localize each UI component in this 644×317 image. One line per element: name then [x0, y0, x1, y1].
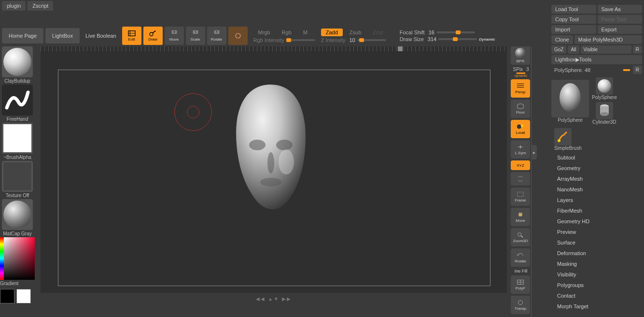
persp-button[interactable]: Persp	[511, 79, 530, 98]
saturation-value-area[interactable]	[4, 237, 35, 280]
accordion-geometry-hd[interactable]: Geometry HD	[551, 216, 642, 227]
accordion-surface[interactable]: Surface	[551, 237, 642, 248]
alpha-selector[interactable]	[2, 123, 33, 154]
accordion-subtool[interactable]: Subtool	[551, 152, 642, 163]
floor-button[interactable]: Floor	[511, 100, 530, 118]
accordion-layers[interactable]: Layers	[551, 195, 642, 205]
paste-tool-button[interactable]: Paste Tool	[598, 15, 643, 24]
mrgb-button[interactable]: Mrgb	[253, 29, 275, 36]
head-thumb-icon	[556, 82, 584, 115]
accordion-deformation[interactable]: Deformation	[551, 248, 642, 259]
ruler-thumb[interactable]	[398, 46, 403, 51]
draw-size-value: 314	[428, 36, 436, 42]
rotate-view-button[interactable]: Rotate	[511, 248, 530, 267]
shelf-collapse-toggle[interactable]: ▸	[531, 145, 537, 159]
copy-tool-button[interactable]: Copy Tool	[551, 15, 596, 24]
lightbox-tools-button[interactable]: Lightbox▶Tools	[551, 55, 642, 64]
tool-cylinder-thumb[interactable]	[596, 102, 613, 119]
accordion-morph-target[interactable]: Morph Target	[551, 301, 642, 312]
bpr-button[interactable]: BPR	[511, 46, 530, 65]
accordion-polygroups[interactable]: Polygroups	[551, 280, 642, 290]
clone-button[interactable]: Clone	[551, 35, 573, 44]
frame-button[interactable]: Frame	[511, 187, 530, 206]
stroke-selector[interactable]	[2, 85, 33, 115]
export-button[interactable]: Export	[598, 25, 643, 34]
viewport[interactable]	[58, 70, 490, 286]
rotate-mode-button[interactable]: R Rotate	[207, 27, 226, 45]
xyz-button[interactable]: XYZ	[511, 160, 530, 170]
rot-axis-buttons[interactable]	[511, 172, 530, 186]
move-mode-button[interactable]: M Move	[165, 27, 184, 45]
zadd-button[interactable]: Zadd	[321, 29, 343, 36]
lightbox-button[interactable]: LightBox	[45, 28, 80, 43]
persp-icon	[516, 83, 525, 89]
home-page-button[interactable]: Home Page	[2, 28, 43, 43]
accordion-masking[interactable]: Masking	[551, 259, 642, 269]
menu-plugin[interactable]: plugin	[2, 1, 26, 11]
accordion-preview[interactable]: Preview	[551, 227, 642, 237]
accordion-nanomesh[interactable]: NanoMesh	[551, 184, 642, 195]
tool-simplebrush-thumb[interactable]	[554, 128, 572, 145]
timeline-ruler[interactable]	[41, 46, 507, 51]
make-polymesh3d-button[interactable]: Make PolyMesh3D	[574, 35, 642, 44]
sculpt-mesh[interactable]	[223, 80, 319, 215]
swatch-black[interactable]	[0, 289, 14, 303]
m-button[interactable]: M	[298, 29, 312, 36]
zsub-button[interactable]: Zsub	[345, 29, 366, 36]
scale-mode-button[interactable]: S Scale	[186, 27, 205, 45]
brush-selector[interactable]	[2, 46, 33, 77]
zoom3d-label: Zoom3D	[513, 239, 528, 243]
goz-button[interactable]: GoZ	[551, 45, 566, 54]
goz-visible-button[interactable]: Visible	[581, 45, 631, 54]
transp-label: Transp	[515, 306, 527, 311]
material-selector[interactable]	[2, 199, 33, 230]
draw-size-slider[interactable]	[438, 38, 477, 40]
bpr-label: BPR	[517, 59, 524, 63]
shelf-scrollbar[interactable]	[531, 46, 535, 317]
svg-point-11	[236, 33, 240, 38]
move-view-button[interactable]: Move	[511, 208, 530, 226]
save-as-button[interactable]: Save As	[598, 5, 643, 14]
import-button[interactable]: Import	[551, 25, 596, 34]
rgb-button[interactable]: Rgb	[277, 29, 296, 36]
menu-zscript[interactable]: Zscript	[28, 1, 53, 11]
lsym-button[interactable]: L.Sym	[511, 140, 530, 158]
zoom3d-button[interactable]: Zoom3D	[511, 228, 530, 246]
accordion-contact[interactable]: Contact	[551, 290, 642, 301]
polysphere-slider[interactable]	[623, 69, 630, 71]
goz-all-button[interactable]: All	[568, 45, 579, 54]
dynamic-badge[interactable]: Dynamic	[479, 37, 495, 42]
spix-control[interactable]: SPix 3 dynamic	[511, 67, 531, 77]
accordion-geometry[interactable]: Geometry	[551, 163, 642, 173]
gizmo-button[interactable]	[228, 27, 248, 45]
spix-dynamic: dynamic	[511, 74, 531, 77]
current-tool-thumb[interactable]	[551, 80, 589, 117]
live-boolean-button[interactable]: Live Boolean	[82, 28, 120, 43]
z-intensity-slider[interactable]	[357, 39, 386, 41]
swatch-white[interactable]	[16, 289, 31, 303]
goz-r-button[interactable]: R	[633, 45, 642, 54]
zcut-button[interactable]: Zcut	[368, 29, 388, 36]
canvas-pager[interactable]: ◀◀ ▲▼ ▶▶	[256, 296, 291, 302]
svg-point-3	[150, 32, 153, 36]
persp-label: Persp	[516, 90, 526, 94]
svg-point-34	[558, 139, 560, 142]
color-picker[interactable]	[0, 237, 35, 280]
hue-strip[interactable]	[0, 237, 4, 280]
focal-shift-slider[interactable]	[436, 31, 475, 33]
accordion-fibermesh[interactable]: FiberMesh	[551, 205, 642, 216]
focal-shift-value: 16	[429, 29, 434, 35]
local-button[interactable]: Local	[511, 120, 530, 138]
tool-polysphere-thumb[interactable]	[596, 77, 613, 95]
accordion-arraymesh[interactable]: ArrayMesh	[551, 173, 642, 184]
zoom-icon	[516, 231, 525, 238]
texture-selector[interactable]	[2, 161, 33, 192]
transp-button[interactable]: Transp	[511, 296, 530, 314]
draw-mode-button[interactable]: Draw	[143, 27, 163, 45]
polyf-button[interactable]: PolyF	[511, 275, 530, 294]
load-tool-button[interactable]: Load Tool	[551, 5, 596, 14]
rgb-intensity-slider[interactable]	[286, 39, 315, 41]
polysphere-r-button[interactable]: R	[633, 66, 642, 74]
accordion-visibility[interactable]: Visibility	[551, 269, 642, 280]
edit-mode-button[interactable]: Edit	[122, 27, 141, 45]
